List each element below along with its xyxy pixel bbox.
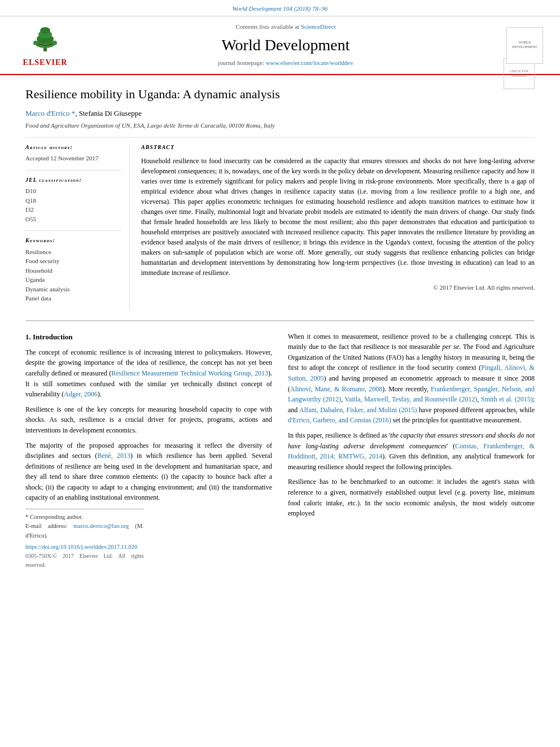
svg-point-8 xyxy=(53,41,57,45)
article-info: Article history: Accepted 12 November 20… xyxy=(25,143,130,310)
journal-citation: World Development 104 (2018) 78–96 xyxy=(0,0,560,16)
right-para-1: When it comes to measurement, resilience… xyxy=(288,331,535,426)
intro-heading: 1. Introduction xyxy=(25,331,272,343)
article-container: CHECK FORUPDATES Resilience mobility in … xyxy=(0,75,560,586)
article-title: Resilience mobility in Uganda: A dynamic… xyxy=(25,86,535,103)
footnote-email: E-mail address: marco.derrico@fao.org (M… xyxy=(25,522,144,540)
email-link[interactable]: marco.derrico@fao.org xyxy=(73,523,129,529)
sciencedirect-line: Contents lists available at ScienceDirec… xyxy=(73,23,498,32)
intro-right-col: When it comes to measurement, resilience… xyxy=(288,331,535,570)
issn-line: 0305-750X/© 2017 Elsevier Ltd. All right… xyxy=(25,552,144,569)
elsevier-logo: ELSEVIER xyxy=(17,22,73,68)
abstract-section: ABSTRACT Household resilience to food in… xyxy=(141,143,535,310)
accepted-date: Accepted 12 November 2017 xyxy=(25,154,121,163)
keywords-list: ResilienceFood securityHouseholdUgandaDy… xyxy=(25,247,121,303)
ref-smith[interactable]: Smith et al. (2015) xyxy=(481,395,533,403)
two-col-intro: 1. Introduction The concept of economic … xyxy=(25,331,535,570)
journal-homepage: journal homepage: www.elsevier.com/locat… xyxy=(73,59,498,68)
section-divider xyxy=(25,320,535,321)
banner-center: Contents lists available at ScienceDirec… xyxy=(73,23,498,67)
footnote-area: * Corresponding author. E-mail address: … xyxy=(25,509,144,569)
author-di-giuseppe: Stefania Di Giuseppe xyxy=(79,109,142,117)
doi-anchor[interactable]: https://doi.org/10.1016/j.worlddev.2017.… xyxy=(25,544,137,550)
history-label: Article history: xyxy=(25,143,121,152)
journal-title: World Development xyxy=(73,34,498,57)
info-divider-2 xyxy=(25,230,121,231)
elsevier-tree-icon xyxy=(25,22,65,56)
ref-alinovi[interactable]: Alinovi, Mane, & Romano, 2008 xyxy=(290,385,382,393)
keywords-section: Keywords: ResilienceFood securityHouseho… xyxy=(25,237,121,303)
doi-link: https://doi.org/10.1016/j.worlddev.2017.… xyxy=(25,543,144,552)
jel-section: JEL classification: D10Q18I32O55 xyxy=(25,176,121,224)
banner-right: WORLDDEVELOPMENT xyxy=(498,27,543,64)
right-para-3: Resilience has to be benchmarked to an o… xyxy=(288,477,535,518)
keywords-label: Keywords: xyxy=(25,237,121,245)
ref-derrico[interactable]: d'Errico, Garbero, and Constas (2016) xyxy=(288,416,391,424)
author-errico[interactable]: Marco d'Errico * xyxy=(25,109,75,117)
citation-text: World Development 104 (2018) 78–96 xyxy=(233,5,328,12)
copyright: © 2017 Elsevier Ltd. All rights reserved… xyxy=(141,283,535,292)
intro-para-1: The concept of economic resilience is of… xyxy=(25,347,272,400)
intro-para-3: The majority of the proposed approaches … xyxy=(25,440,272,504)
svg-point-4 xyxy=(40,27,50,34)
article-history-section: Article history: Accepted 12 November 20… xyxy=(25,143,121,163)
footnote-star: * Corresponding author. xyxy=(25,513,144,522)
ref-vaitla[interactable]: Vaitla, Maxwell, Tesfay, and Rounseville… xyxy=(345,395,478,403)
jel-codes: D10Q18I32O55 xyxy=(25,186,121,224)
article-body: Article history: Accepted 12 November 20… xyxy=(25,137,535,310)
ref-rmtwg[interactable]: Resilience Measurement Technical Working… xyxy=(111,369,268,377)
ref-adger[interactable]: Adger, 2006 xyxy=(64,390,98,398)
affiliation: Food and Agriculture Organization of UN,… xyxy=(25,121,535,130)
jel-label: JEL classification: xyxy=(25,176,121,185)
intro-para-2: Resilience is one of the key concepts fo… xyxy=(25,404,272,436)
intro-left-col: 1. Introduction The concept of economic … xyxy=(25,331,272,570)
info-divider-1 xyxy=(25,170,121,171)
introduction-section: 1. Introduction The concept of economic … xyxy=(25,331,535,570)
right-para-2: In this paper, resilience is defined as … xyxy=(288,430,535,472)
world-dev-badge: WORLDDEVELOPMENT xyxy=(506,27,543,64)
abstract-text: Household resilience to food insecurity … xyxy=(141,156,535,278)
ref-pingali[interactable]: Pingali, Alinovi, & Sutton, 2005 xyxy=(288,364,535,382)
ref-bene[interactable]: Benè, 2013 xyxy=(97,452,130,460)
sciencedirect-link[interactable]: ScienceDirect xyxy=(301,23,336,30)
journal-banner: ELSEVIER Contents lists available at Sci… xyxy=(0,16,560,75)
authors-line: Marco d'Errico *, Stefania Di Giuseppe xyxy=(25,108,535,119)
svg-point-7 xyxy=(33,41,38,45)
homepage-url[interactable]: www.elsevier.com/locate/worlddev xyxy=(266,59,353,66)
ref-alfani[interactable]: Alfani, Dabalen, Fisker, and Molini (201… xyxy=(299,406,417,414)
elsevier-text: ELSEVIER xyxy=(23,57,68,68)
abstract-label: ABSTRACT xyxy=(141,143,535,152)
